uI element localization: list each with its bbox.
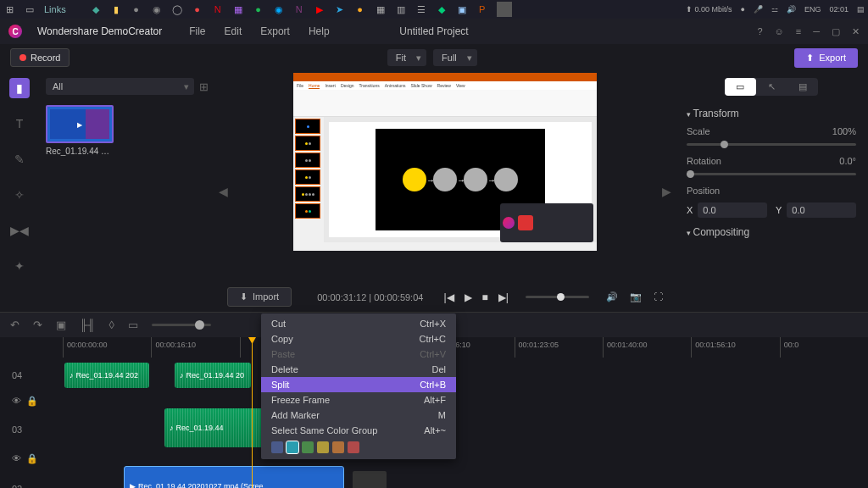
audio-clip[interactable]: ♪Rec_01.19.44 202: [64, 363, 149, 388]
telegram-icon[interactable]: ➤: [334, 3, 346, 15]
mic-icon[interactable]: 🎤: [754, 5, 763, 14]
rotation-slider[interactable]: [687, 173, 856, 175]
lang-indicator[interactable]: ENG: [804, 5, 821, 14]
links-label[interactable]: Links: [44, 4, 66, 14]
x-input[interactable]: [698, 202, 767, 218]
seek-bar[interactable]: [526, 296, 589, 298]
next-frame-icon[interactable]: ▶|: [498, 291, 509, 303]
scale-slider[interactable]: [687, 143, 856, 146]
close-icon[interactable]: ✕: [852, 26, 860, 37]
prev-arrow-icon[interactable]: ◀: [219, 185, 228, 198]
youtube-icon[interactable]: ▶: [314, 3, 326, 15]
snapshot-icon[interactable]: 📷: [630, 291, 642, 302]
spotify-icon[interactable]: ●: [253, 3, 264, 15]
lock-icon[interactable]: 🔒: [26, 453, 38, 464]
crop-icon[interactable]: ▣: [56, 319, 66, 331]
menu-freeze-frame[interactable]: Freeze FrameAlt+F: [261, 392, 456, 408]
minimize-icon[interactable]: ─: [813, 26, 820, 37]
notifications-icon[interactable]: ▤: [857, 5, 865, 14]
app-icon[interactable]: ▦: [232, 3, 244, 15]
video-tab-icon[interactable]: ▭: [725, 78, 756, 96]
size-select[interactable]: Full: [433, 49, 477, 66]
export-button[interactable]: ⬆Export: [794, 48, 858, 68]
chrome-icon[interactable]: ◯: [171, 3, 183, 15]
folder-icon[interactable]: ▮: [110, 3, 122, 15]
media-filter-select[interactable]: All: [46, 78, 194, 95]
import-button[interactable]: ⬇Import: [227, 287, 292, 307]
redo-icon[interactable]: ↷: [33, 319, 42, 331]
color-swatch[interactable]: [332, 441, 344, 453]
fullscreen-icon[interactable]: ⛶: [654, 291, 663, 302]
task-view-icon[interactable]: ▭: [24, 3, 36, 15]
netflix-icon[interactable]: N: [212, 3, 224, 15]
app-icon[interactable]: ☰: [415, 3, 427, 15]
settings-icon[interactable]: ≡: [796, 26, 801, 37]
menu-help[interactable]: Help: [309, 25, 330, 37]
menu-cut[interactable]: CutCtrl+X: [261, 316, 456, 331]
volume-icon[interactable]: 🔊: [606, 291, 618, 302]
app-icon[interactable]: ◆: [436, 3, 448, 15]
menu-export[interactable]: Export: [260, 25, 290, 37]
transition-tab-icon[interactable]: ▶◀: [9, 220, 30, 241]
app-icon[interactable]: ▥: [395, 3, 407, 15]
marker-icon[interactable]: ◊: [108, 319, 114, 331]
menu-file[interactable]: File: [189, 25, 205, 37]
menu-delete[interactable]: DeleteDel: [261, 362, 456, 377]
visibility-icon[interactable]: 👁: [12, 453, 21, 463]
cursor-tab-icon[interactable]: ↖: [756, 78, 787, 96]
color-swatch[interactable]: [348, 441, 359, 453]
rec-icon[interactable]: ●: [741, 5, 745, 14]
menu-split[interactable]: SplitCtrl+B: [261, 377, 456, 392]
app-icon[interactable]: ◆: [90, 3, 102, 15]
stop-icon[interactable]: ■: [482, 291, 488, 303]
speed-icon[interactable]: ▭: [128, 319, 138, 331]
menu-copy[interactable]: CopyCtrl+C: [261, 331, 456, 347]
compositing-section[interactable]: Compositing: [687, 226, 856, 238]
account-icon[interactable]: ☺: [775, 26, 784, 37]
visibility-icon[interactable]: 👁: [12, 396, 21, 406]
clock[interactable]: 02:01: [829, 5, 849, 14]
play-icon[interactable]: ▶: [465, 291, 472, 303]
menu-select-color-group[interactable]: Select Same Color GroupAlt+~: [261, 423, 456, 438]
fit-select[interactable]: Fit: [387, 49, 426, 66]
color-swatch[interactable]: [302, 441, 314, 453]
help-icon[interactable]: ?: [757, 26, 762, 37]
annotation-tab-icon[interactable]: ✎: [9, 149, 30, 169]
next-arrow-icon[interactable]: ▶: [662, 185, 671, 198]
playhead[interactable]: [252, 337, 253, 488]
app-icon[interactable]: ●: [192, 3, 203, 15]
app-icon[interactable]: ●: [131, 3, 142, 15]
app-icon[interactable]: ▦: [375, 3, 387, 15]
text-tab-icon[interactable]: T: [9, 114, 30, 134]
audio-clip[interactable]: ♪Rec_01.19.44 20: [175, 363, 251, 388]
app-icon[interactable]: ◉: [151, 3, 163, 15]
zoom-slider[interactable]: [152, 324, 211, 326]
media-tab-icon[interactable]: ▮: [9, 78, 30, 98]
undo-icon[interactable]: ↶: [10, 319, 19, 331]
powerpoint-icon[interactable]: P: [476, 3, 488, 15]
media-thumbnail[interactable]: Rec_01.19.44 2020...: [46, 105, 114, 156]
windows-icon[interactable]: ⊞: [3, 3, 15, 15]
color-swatch[interactable]: [271, 441, 283, 453]
color-swatch[interactable]: [317, 441, 329, 453]
menu-edit[interactable]: Edit: [225, 25, 242, 37]
color-swatch[interactable]: [287, 441, 298, 453]
effects-tab-icon[interactable]: ✦: [9, 256, 30, 276]
video-clip[interactable]: ▶Rec_01.19.44 20201027.mp4 (Scree: [124, 466, 344, 488]
audio-tab-icon[interactable]: ▤: [787, 78, 818, 96]
video-clip[interactable]: [353, 471, 387, 488]
lock-icon[interactable]: 🔒: [26, 396, 38, 407]
menu-add-marker[interactable]: Add MarkerM: [261, 408, 456, 423]
split-icon[interactable]: ╟╢: [80, 319, 95, 331]
democreator-icon[interactable]: [497, 2, 512, 17]
edge-icon[interactable]: ◉: [273, 3, 285, 15]
wifi-icon[interactable]: ⚍: [771, 5, 778, 14]
prev-frame-icon[interactable]: |◀: [443, 291, 453, 303]
y-input[interactable]: [787, 202, 856, 218]
transform-section[interactable]: Transform: [687, 108, 856, 119]
app-icon[interactable]: ▣: [456, 3, 468, 15]
onenote-icon[interactable]: N: [293, 3, 305, 15]
volume-icon[interactable]: 🔊: [787, 5, 796, 14]
app-icon[interactable]: ●: [354, 3, 366, 15]
record-button[interactable]: Record: [10, 48, 70, 67]
